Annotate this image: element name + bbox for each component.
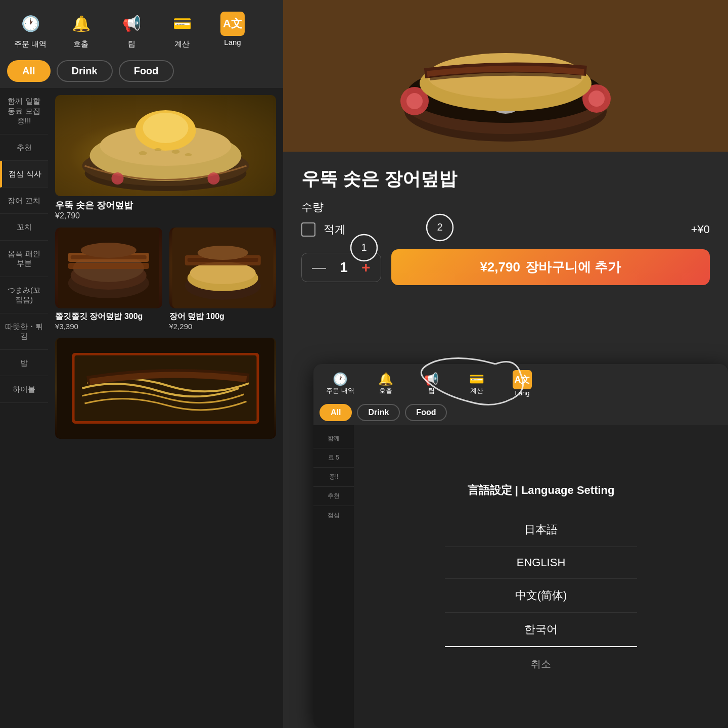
sidebar-item-promo[interactable]: 함께 일할 동료 모집 중!!! (0, 88, 48, 134)
svg-point-19 (81, 243, 136, 258)
menu-item-1-image (55, 228, 162, 308)
svg-point-9 (185, 153, 192, 156)
featured-item-image (55, 95, 276, 196)
overlay-nav-call[interactable]: 🔔 호출 (363, 372, 408, 395)
hero-image (283, 0, 728, 152)
overlay-order-label: 주문 내역 (326, 386, 354, 395)
overlay-sidebar-3[interactable]: 중!! (313, 468, 354, 487)
lang-cancel-button[interactable]: 취소 (531, 657, 551, 671)
option-checkbox[interactable] (301, 222, 315, 237)
overlay-tab-all[interactable]: All (320, 404, 352, 421)
sidebar-item-eel-skewer[interactable]: 장어 꼬치 (0, 188, 48, 214)
language-modal: 言語設定 | Language Setting 日本語 ENGLISH 中文(简… (354, 425, 728, 728)
menu-item-2-image (169, 228, 277, 308)
svg-point-5 (143, 113, 189, 143)
overlay-call-label: 호출 (379, 386, 392, 395)
overlay-nav: 🕐 주문 내역 🔔 호출 📢 팁 💳 계산 A文 Lang (313, 364, 728, 400)
overlay-body: 함께 료 5 중!! 추천 점심 言語設定 | Language Setting… (313, 425, 728, 728)
lang-option-english[interactable]: ENGLISH (445, 547, 637, 579)
overlay-tab-food[interactable]: Food (405, 404, 447, 421)
overlay-sidebar-5[interactable]: 점심 (313, 506, 354, 525)
menu-item-1-price: ¥3,390 (55, 322, 162, 331)
sidebar-item-rice[interactable]: 밥 (0, 350, 48, 377)
overlay-call-icon: 🔔 (378, 372, 393, 386)
overlay-payment-label: 계산 (470, 386, 483, 395)
overlay-payment-icon: 💳 (469, 372, 484, 386)
lang-option-chinese[interactable]: 中文(简体) (445, 579, 637, 613)
overlay-nav-payment[interactable]: 💳 계산 (454, 372, 499, 395)
sidebar-item-skewer[interactable]: 꼬치 (0, 214, 48, 241)
quantity-label: 수량 (301, 200, 710, 215)
menu-grid: 쫄깃쫄깃 장어덮밥 300g ¥3,390 (55, 228, 276, 331)
lang-icon: A文 (220, 12, 245, 36)
sidebar-item-recommendation[interactable]: 추천 (0, 134, 48, 161)
tab-drink[interactable]: Drink (57, 60, 113, 82)
bottom-overlay: 🕐 주문 내역 🔔 호출 📢 팁 💳 계산 A文 Lang All Drink … (313, 364, 728, 728)
product-title: 우뚝 솟은 장어덮밥 (301, 167, 710, 192)
overlay-tabs: All Drink Food (313, 400, 728, 425)
lang-option-korean[interactable]: 한국어 (445, 613, 637, 647)
overlay-order-icon: 🕐 (333, 372, 348, 386)
svg-point-11 (208, 172, 220, 185)
main-area: 함께 일할 동료 모집 중!!! 추천 점심 식사 장어 꼬치 꼬치 옴폭 패인… (0, 88, 283, 728)
svg-point-36 (406, 93, 423, 109)
sidebar-item-warm[interactable]: 따뜻한・튀김 (0, 313, 48, 350)
option-price: +¥0 (691, 223, 710, 236)
nav-lang[interactable]: A文 Lang (207, 12, 258, 47)
overlay-sidebar-4[interactable]: 추천 (313, 487, 354, 506)
tip-icon: 📢 (117, 9, 146, 37)
add-cart-price: ¥2,790 (480, 259, 520, 275)
overlay-tip-icon: 📢 (424, 372, 439, 386)
lang-modal-title: 言語設定 | Language Setting (468, 483, 615, 498)
overlay-sidebar: 함께 료 5 중!! 추천 점심 (313, 425, 354, 728)
counter-plus-button[interactable]: + (361, 260, 371, 275)
menu-item-1-name: 쫄깃쫄깃 장어덮밥 300g (55, 311, 162, 322)
nav-tip[interactable]: 📢 팁 (106, 9, 157, 49)
option-row: 적게 +¥0 (301, 222, 710, 237)
option-name: 적게 (324, 222, 691, 237)
order-history-icon: 🕐 (16, 9, 44, 37)
nav-tip-label: 팁 (128, 39, 135, 49)
featured-menu-item[interactable]: 우뚝 솟은 장어덮밥 ¥2,790 (55, 95, 276, 220)
nav-order-history[interactable]: 🕐 주문 내역 (5, 9, 56, 49)
counter-minus-button[interactable]: — (312, 260, 326, 275)
overlay-lang-icon: A文 (513, 370, 532, 389)
menu-item-noodle[interactable] (55, 338, 276, 439)
overlay-nav-order[interactable]: 🕐 주문 내역 (317, 372, 363, 395)
overlay-nav-tip[interactable]: 📢 팁 (408, 372, 454, 395)
counter-box: — 1 + (301, 253, 381, 282)
menu-content: 우뚝 솟은 장어덮밥 ¥2,790 (48, 88, 283, 728)
tab-all[interactable]: All (7, 60, 51, 82)
menu-item-2-name: 장어 덮밥 100g (169, 311, 277, 322)
svg-point-8 (172, 150, 180, 154)
nav-lang-label: Lang (224, 38, 241, 47)
nav-order-history-label: 주문 내역 (14, 39, 47, 49)
menu-item-2[interactable]: 장어 덮밥 100g ¥2,290 (169, 228, 277, 331)
category-tabs: All Drink Food (0, 54, 283, 88)
add-cart-label: 장바구니에 추가 (525, 258, 621, 276)
nav-payment-label: 계산 (174, 39, 190, 49)
noodle-image (55, 338, 276, 439)
lang-option-japanese[interactable]: 日本語 (445, 513, 637, 547)
overlay-sidebar-2[interactable]: 료 5 (313, 448, 354, 468)
svg-point-26 (197, 246, 248, 260)
overlay-nav-lang[interactable]: A文 Lang (499, 370, 545, 397)
call-icon: 🔔 (67, 9, 95, 37)
overlay-tab-drink[interactable]: Drink (357, 404, 400, 421)
featured-item-price: ¥2,790 (55, 211, 276, 220)
add-to-cart-button[interactable]: ¥2,790 장바구니에 추가 (391, 249, 710, 285)
sidebar-item-snack[interactable]: つまみ(꼬집음) (0, 277, 48, 313)
menu-item-1[interactable]: 쫄깃쫄깃 장어덮밥 300g ¥3,390 (55, 228, 162, 331)
svg-point-10 (112, 172, 124, 185)
svg-point-7 (155, 148, 162, 151)
featured-item-name: 우뚝 솟은 장어덮밥 (55, 199, 276, 211)
overlay-tip-label: 팁 (428, 386, 435, 395)
payment-icon: 💳 (168, 9, 196, 37)
sidebar-item-highball[interactable]: 하이볼 (0, 376, 48, 403)
sidebar-item-hollow[interactable]: 옴폭 패인 부분 (0, 241, 48, 277)
sidebar-item-lunch[interactable]: 점심 식사 (0, 161, 48, 188)
nav-call[interactable]: 🔔 호출 (56, 9, 106, 49)
nav-payment[interactable]: 💳 계산 (157, 9, 207, 49)
tab-food[interactable]: Food (119, 60, 174, 82)
overlay-sidebar-1[interactable]: 함께 (313, 429, 354, 448)
